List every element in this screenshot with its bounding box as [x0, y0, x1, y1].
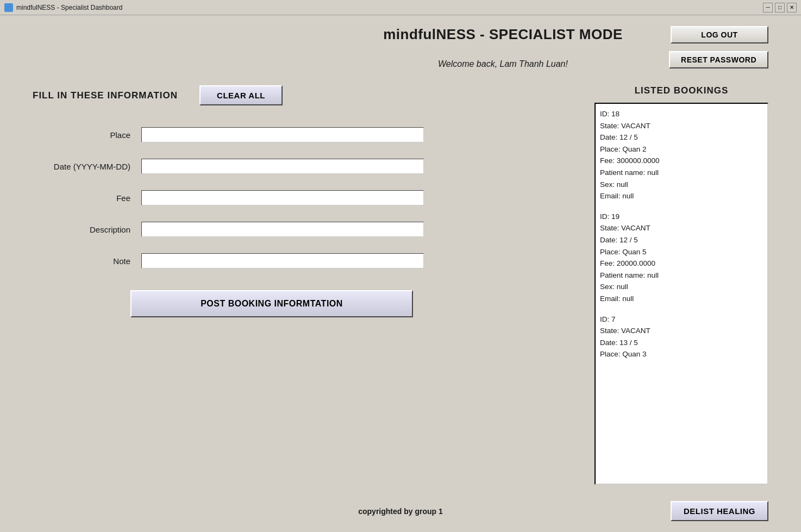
titlebar-title: mindfulNESS - Specialist Dashboard	[16, 4, 122, 11]
maximize-button[interactable]: □	[775, 3, 785, 12]
titlebar-controls: ─ □ ✕	[763, 3, 797, 12]
form-row-description: Description	[43, 222, 573, 237]
booking-fee: Fee: 300000.0000	[600, 155, 763, 167]
footer-copyright: copyrighted by group 1	[217, 507, 585, 516]
form-row-place: Place	[43, 127, 573, 142]
input-fee[interactable]	[141, 190, 424, 205]
log-out-button[interactable]: LOG OUT	[671, 26, 768, 43]
header-row: mindfulNESS - SPECIALIST MODE Welcome ba…	[33, 26, 768, 69]
input-description[interactable]	[141, 222, 424, 237]
welcome-text: Welcome back, Lam Thanh Luan!	[346, 59, 660, 69]
form-left: FILL IN THESE INFORMATION CLEAR ALL Plac…	[33, 85, 573, 485]
booking-email: Email: null	[600, 190, 763, 202]
reset-password-button[interactable]: RESET PASSWORD	[669, 51, 768, 68]
list-item: ID: 7 State: VACANT Date: 13 / 5 Place: …	[600, 314, 763, 360]
form-row-date: Date (YYYY-MM-DD)	[43, 159, 573, 174]
right-panel: LISTED BOOKINGS ID: 18 State: VACANT Dat…	[595, 85, 768, 485]
booking-patient-name: Patient name: null	[600, 167, 763, 179]
booking-date: Date: 12 / 5	[600, 234, 763, 246]
bookings-list[interactable]: ID: 18 State: VACANT Date: 12 / 5 Place:…	[595, 103, 768, 485]
titlebar-left: mindfulNESS - Specialist Dashboard	[4, 3, 122, 12]
list-item: ID: 19 State: VACANT Date: 12 / 5 Place:…	[600, 211, 763, 305]
form-section-title: FILL IN THESE INFORMATION	[33, 90, 178, 101]
form-section: FILL IN THESE INFORMATION CLEAR ALL Plac…	[33, 85, 768, 485]
header-buttons: LOG OUT RESET PASSWORD	[660, 26, 768, 68]
booking-id: ID: 7	[600, 314, 763, 326]
label-place: Place	[43, 130, 130, 140]
label-description: Description	[43, 225, 130, 234]
booking-sex: Sex: null	[600, 281, 763, 293]
booking-place: Place: Quan 2	[600, 143, 763, 155]
booking-place: Place: Quan 5	[600, 246, 763, 258]
titlebar: mindfulNESS - Specialist Dashboard ─ □ ✕	[0, 0, 801, 15]
booking-state: State: VACANT	[600, 222, 763, 234]
list-item: ID: 18 State: VACANT Date: 12 / 5 Place:…	[600, 108, 763, 202]
clear-all-button[interactable]: CLEAR ALL	[199, 85, 283, 105]
booking-date: Date: 12 / 5	[600, 132, 763, 143]
input-note[interactable]	[141, 253, 424, 268]
form-header: FILL IN THESE INFORMATION CLEAR ALL	[33, 85, 573, 105]
post-booking-button[interactable]: POST BOOKING INFORMTATION	[130, 290, 413, 317]
minimize-button[interactable]: ─	[763, 3, 773, 12]
booking-patient-name: Patient name: null	[600, 270, 763, 281]
close-button[interactable]: ✕	[787, 3, 797, 12]
input-place[interactable]	[141, 127, 424, 142]
booking-fee: Fee: 20000.0000	[600, 258, 763, 270]
input-date[interactable]	[141, 159, 424, 174]
form-row-note: Note	[43, 253, 573, 268]
booking-id: ID: 18	[600, 108, 763, 120]
form-fields: Place Date (YYYY-MM-DD) Fee Description	[43, 127, 573, 268]
label-date: Date (YYYY-MM-DD)	[43, 162, 130, 171]
booking-email: Email: null	[600, 293, 763, 305]
bookings-panel-title: LISTED BOOKINGS	[595, 85, 768, 96]
footer-row: copyrighted by group 1 DELIST HEALING	[33, 496, 768, 521]
label-fee: Fee	[43, 193, 130, 203]
booking-id: ID: 19	[600, 211, 763, 223]
booking-place: Place: Quan 3	[600, 348, 763, 360]
booking-sex: Sex: null	[600, 179, 763, 191]
app-title: mindfulNESS - SPECIALIST MODE	[346, 26, 660, 43]
main-content: mindfulNESS - SPECIALIST MODE Welcome ba…	[0, 15, 801, 532]
app-icon	[4, 3, 13, 12]
label-note: Note	[43, 256, 130, 266]
booking-state: State: VACANT	[600, 325, 763, 337]
form-row-fee: Fee	[43, 190, 573, 205]
booking-state: State: VACANT	[600, 120, 763, 132]
footer-right: DELIST HEALING	[585, 501, 769, 521]
delist-healing-button[interactable]: DELIST HEALING	[671, 501, 768, 521]
header-center: mindfulNESS - SPECIALIST MODE Welcome ba…	[346, 26, 660, 69]
booking-date: Date: 13 / 5	[600, 337, 763, 349]
